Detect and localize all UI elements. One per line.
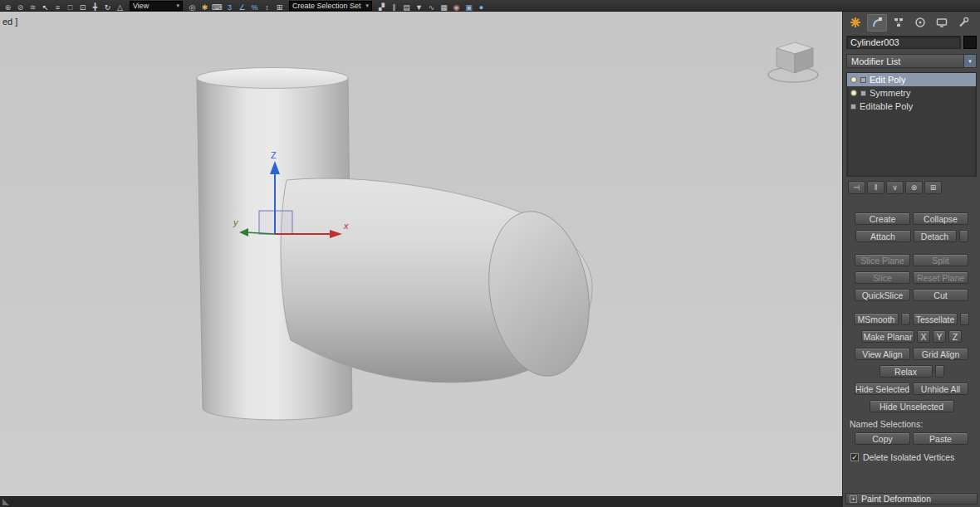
- make-planar-x-button[interactable]: X: [917, 330, 930, 343]
- snap-toggle-3d-icon[interactable]: 3: [223, 2, 236, 12]
- tab-modify[interactable]: [867, 14, 887, 32]
- detach-button[interactable]: Detach: [914, 230, 957, 242]
- modifier-label: Editable Poly: [860, 101, 913, 111]
- hide-unselected-button[interactable]: Hide Unselected: [870, 400, 954, 412]
- main-toolbar: ⊕⊘≋↖≡□⊡╋↻△ View ▾ ◎✱⌨3∠%↕⊞ Create Select…: [0, 0, 980, 12]
- select-and-rotate-icon[interactable]: ↻: [101, 2, 114, 12]
- named-selection-sets-combo[interactable]: Create Selection Set ▾: [289, 1, 372, 11]
- remove-modifier-icon[interactable]: ⊗: [905, 181, 923, 194]
- hide-selected-button[interactable]: Hide Selected: [855, 383, 910, 395]
- material-editor-icon[interactable]: ◉: [450, 2, 463, 12]
- use-pivot-center-icon[interactable]: ◎: [186, 2, 198, 12]
- modifier-stack[interactable]: Edit Poly Symmetry Editable Poly: [846, 72, 977, 177]
- tab-motion[interactable]: [910, 14, 930, 32]
- status-bar: [0, 496, 842, 507]
- view-align-button[interactable]: View Align: [855, 348, 910, 360]
- make-planar-z-button[interactable]: Z: [948, 330, 962, 343]
- perspective-viewport[interactable]: x y Z ed ]: [0, 12, 842, 496]
- select-and-move-icon[interactable]: ╋: [89, 2, 101, 12]
- attach-button[interactable]: Attach: [855, 230, 911, 242]
- mirror-icon[interactable]: ▞: [375, 2, 388, 12]
- tessellate-settings-button[interactable]: [960, 313, 969, 325]
- coordinate-system-dropdown[interactable]: View ▾: [130, 1, 183, 11]
- quickslice-button[interactable]: QuickSlice: [855, 289, 910, 301]
- paste-button[interactable]: Paste: [913, 432, 968, 445]
- keyboard-override-icon[interactable]: ⌨: [211, 2, 223, 12]
- horizontal-cylinder[interactable]: [281, 178, 600, 383]
- display-monitor-icon: [936, 17, 948, 28]
- hierarchy-boxes-icon: [893, 17, 904, 28]
- expand-plus-icon[interactable]: +: [850, 495, 857, 503]
- layer-manager-icon[interactable]: ▤: [400, 2, 413, 12]
- toolbar-group-snaps: ◎✱⌨3∠%↕⊞: [186, 0, 286, 12]
- spinner-snap-icon[interactable]: ↕: [261, 2, 273, 12]
- curve-editor-icon[interactable]: ∿: [425, 2, 438, 12]
- named-selection-sets-value: Create Selection Set: [292, 2, 361, 10]
- paint-deformation-rollout-header[interactable]: + Paint Deformation: [845, 493, 978, 505]
- unlink-selection-icon[interactable]: ⊘: [14, 2, 27, 12]
- visibility-bulb-icon[interactable]: [850, 90, 857, 96]
- select-by-name-icon[interactable]: ≡: [51, 2, 64, 12]
- pin-stack-icon[interactable]: ⊣: [848, 181, 865, 194]
- relax-button[interactable]: Relax: [880, 365, 933, 378]
- create-button[interactable]: Create: [855, 212, 910, 225]
- select-and-link-icon[interactable]: ⊕: [2, 2, 14, 12]
- modifier-stack-item-editable-poly[interactable]: Editable Poly: [847, 100, 976, 113]
- select-and-manipulate-icon[interactable]: ✱: [198, 2, 211, 12]
- make-planar-y-button[interactable]: Y: [933, 330, 946, 343]
- split-button[interactable]: Split: [913, 254, 968, 266]
- make-planar-button[interactable]: Make Planar: [861, 330, 914, 343]
- msmooth-settings-button[interactable]: [901, 313, 910, 325]
- render-production-icon[interactable]: ●: [475, 2, 488, 12]
- grid-align-button[interactable]: Grid Align: [913, 348, 968, 360]
- chevron-down-icon: ▾: [176, 2, 179, 9]
- rectangular-selection-icon[interactable]: □: [64, 2, 76, 12]
- slice-plane-button[interactable]: Slice Plane: [855, 254, 910, 266]
- cut-button[interactable]: Cut: [913, 289, 968, 301]
- schematic-view-icon[interactable]: ▦: [438, 2, 450, 12]
- percent-snap-icon[interactable]: %: [248, 2, 261, 12]
- select-and-scale-icon[interactable]: △: [114, 2, 126, 12]
- tessellate-button[interactable]: Tessellate: [913, 313, 958, 325]
- select-object-icon[interactable]: ↖: [39, 2, 51, 12]
- modifier-stack-item-symmetry[interactable]: Symmetry: [847, 86, 976, 100]
- command-panel-tabs: [843, 12, 980, 33]
- command-panel: Cylinder003 Modifier List ▾ Edit Poly Sy…: [842, 12, 980, 507]
- make-unique-icon[interactable]: ∨: [886, 181, 904, 194]
- visibility-bulb-icon[interactable]: [850, 76, 857, 83]
- collapse-button[interactable]: Collapse: [913, 212, 968, 225]
- modifier-list-dropdown[interactable]: Modifier List ▾: [846, 54, 977, 68]
- msmooth-button[interactable]: MSmooth: [854, 313, 899, 325]
- slice-button[interactable]: Slice: [855, 271, 910, 284]
- object-name-field[interactable]: Cylinder003: [846, 36, 961, 49]
- graphite-ribbon-icon[interactable]: ▼: [413, 2, 425, 12]
- toolbar-group-render: ▞∥▤▼∿▦◉▣●: [375, 0, 488, 12]
- gizmo-x-label: x: [343, 221, 349, 231]
- unhide-all-button[interactable]: Unhide All: [913, 383, 968, 395]
- detach-settings-button[interactable]: [959, 230, 968, 242]
- modifier-label: Symmetry: [870, 88, 911, 98]
- angle-snap-icon[interactable]: ∠: [236, 2, 248, 12]
- show-end-result-icon[interactable]: ‖: [867, 181, 884, 194]
- tab-utilities[interactable]: [953, 14, 973, 32]
- viewport-label[interactable]: ed ]: [2, 17, 17, 27]
- copy-button[interactable]: Copy: [855, 432, 910, 445]
- tab-create[interactable]: [845, 14, 865, 32]
- relax-settings-button[interactable]: [935, 365, 944, 378]
- tab-hierarchy[interactable]: [889, 14, 909, 32]
- render-setup-icon[interactable]: ▣: [463, 2, 475, 12]
- viewcube[interactable]: [752, 35, 835, 95]
- delete-isolated-vertices-checkbox[interactable]: ✓: [850, 453, 859, 461]
- modifier-stack-item-edit-poly[interactable]: Edit Poly: [847, 73, 976, 86]
- status-corner-icon: [2, 499, 9, 505]
- edit-named-selections-icon[interactable]: ⊞: [273, 2, 286, 12]
- window-crossing-icon[interactable]: ⊡: [76, 2, 89, 12]
- tab-display[interactable]: [932, 14, 952, 32]
- delete-isolated-vertices-label: Delete Isolated Vertices: [863, 452, 954, 462]
- reset-plane-button[interactable]: Reset Plane: [913, 271, 968, 284]
- align-icon[interactable]: ∥: [388, 2, 400, 12]
- object-color-swatch[interactable]: [963, 36, 977, 49]
- bind-to-spacewarp-icon[interactable]: ≋: [27, 2, 39, 12]
- chevron-down-icon: ▾: [963, 55, 976, 67]
- configure-modifier-sets-icon[interactable]: ⊞: [924, 181, 942, 194]
